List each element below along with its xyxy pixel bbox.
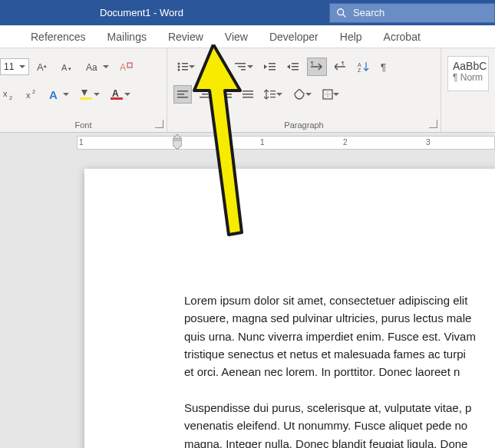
svg-rect-29 <box>235 63 246 64</box>
svg-rect-30 <box>238 66 246 68</box>
shading-button[interactable] <box>290 85 315 104</box>
clear-formatting-button[interactable]: A <box>117 58 137 76</box>
svg-rect-57 <box>270 97 276 97</box>
shrink-font-button[interactable]: A▾ <box>58 58 78 76</box>
align-left-button[interactable] <box>173 85 192 104</box>
svg-text:▾: ▾ <box>68 66 71 71</box>
svg-line-1 <box>343 14 346 17</box>
chevron-down-icon <box>247 58 253 76</box>
rtl-direction-button[interactable]: ¶ <box>332 58 350 76</box>
font-color-button[interactable]: A <box>107 85 134 104</box>
chevron-down-icon <box>94 85 100 104</box>
font-group-label: Font <box>0 120 167 130</box>
paragraph-2: Suspendisse dui purus, scelerisque at, v… <box>184 399 495 448</box>
change-case-button[interactable]: Aa <box>83 58 112 76</box>
svg-rect-43 <box>177 91 188 92</box>
line-spacing-button[interactable] <box>261 85 285 104</box>
grow-font-button[interactable]: A▴ <box>34 58 54 76</box>
svg-rect-31 <box>241 69 246 71</box>
justify-button[interactable] <box>239 85 256 104</box>
svg-rect-45 <box>177 97 188 98</box>
svg-text:A: A <box>120 62 126 73</box>
decrease-indent-button[interactable] <box>261 58 279 76</box>
font-group: 11 A▴ A▾ Aa A x2 x2 A A Font <box>0 48 167 132</box>
chevron-down-icon <box>124 85 130 104</box>
text-effects-button[interactable]: A <box>46 85 72 104</box>
svg-rect-28 <box>210 69 217 71</box>
borders-button[interactable] <box>319 85 342 104</box>
svg-rect-48 <box>200 97 210 98</box>
ruler-zone: 1 1 2 3 <box>0 133 495 154</box>
svg-text:▴: ▴ <box>44 63 47 68</box>
paragraph-group-label: Paragraph <box>167 120 441 130</box>
tab-help[interactable]: Help <box>329 25 373 48</box>
svg-rect-53 <box>243 94 253 95</box>
svg-rect-36 <box>292 66 299 68</box>
tab-acrobat[interactable]: Acrobat <box>373 25 431 48</box>
align-center-button[interactable] <box>196 85 213 104</box>
tab-view[interactable]: View <box>214 25 259 48</box>
style-normal-button[interactable]: AaBbC ¶ Norm <box>447 56 489 91</box>
svg-rect-47 <box>202 94 208 95</box>
chevron-down-icon <box>189 58 195 76</box>
horizontal-ruler[interactable]: 1 1 2 3 <box>77 136 495 150</box>
svg-text:2: 2 <box>32 89 35 94</box>
svg-point-21 <box>178 69 180 71</box>
paragraph-group: 123 ¶ ¶ AZ ¶ Paragraph <box>167 48 441 132</box>
svg-rect-56 <box>270 94 276 94</box>
svg-text:Z: Z <box>358 68 361 72</box>
svg-text:x: x <box>3 89 8 98</box>
svg-rect-22 <box>182 69 188 71</box>
increase-indent-button[interactable] <box>284 58 302 76</box>
chevron-down-icon <box>19 59 25 74</box>
search-placeholder: Search <box>353 7 384 18</box>
svg-rect-8 <box>127 63 132 68</box>
svg-text:¶: ¶ <box>311 61 314 66</box>
search-icon <box>330 8 353 18</box>
svg-rect-35 <box>292 63 299 64</box>
document-page[interactable]: Lorem ipsum dolor sit amet, consectetuer… <box>84 169 495 448</box>
svg-rect-34 <box>269 69 276 71</box>
svg-point-19 <box>178 66 180 68</box>
svg-rect-14 <box>80 97 92 100</box>
search-box[interactable]: Search <box>329 3 495 23</box>
multilevel-list-button[interactable] <box>232 58 256 76</box>
svg-text:x: x <box>26 91 31 100</box>
chevron-down-icon <box>276 85 282 104</box>
tab-mailings[interactable]: Mailings <box>97 25 157 48</box>
indent-marker[interactable] <box>173 134 182 142</box>
show-hide-marks-button[interactable]: ¶ <box>378 58 394 76</box>
subscript-button[interactable]: x2 <box>0 85 18 104</box>
svg-rect-52 <box>243 91 253 92</box>
chevron-down-icon <box>218 58 224 76</box>
tab-references[interactable]: References <box>0 25 97 48</box>
font-launcher[interactable] <box>155 120 163 128</box>
svg-text:A: A <box>358 62 361 68</box>
svg-text:A: A <box>61 63 68 72</box>
numbering-button[interactable]: 123 <box>203 58 227 76</box>
tab-developer[interactable]: Developer <box>259 25 329 48</box>
bullets-button[interactable] <box>173 58 198 76</box>
svg-rect-51 <box>221 97 232 98</box>
svg-text:¶: ¶ <box>342 61 345 66</box>
font-size-input[interactable]: 11 <box>0 58 29 75</box>
ltr-direction-button[interactable]: ¶ <box>307 58 327 76</box>
svg-text:A: A <box>37 61 44 73</box>
svg-rect-44 <box>177 94 184 95</box>
superscript-button[interactable]: x2 <box>23 85 41 104</box>
svg-text:Aa: Aa <box>86 62 97 73</box>
sort-button[interactable]: AZ <box>355 58 373 76</box>
tab-review[interactable]: Review <box>157 25 214 48</box>
svg-rect-20 <box>182 66 188 68</box>
highlight-button[interactable] <box>77 85 103 104</box>
svg-rect-18 <box>182 63 188 64</box>
document-area: Lorem ipsum dolor sit amet, consectetuer… <box>0 153 495 448</box>
svg-rect-50 <box>225 94 232 95</box>
align-right-button[interactable] <box>218 85 235 104</box>
paragraph-launcher[interactable] <box>429 120 437 128</box>
chevron-down-icon <box>333 85 339 104</box>
svg-rect-24 <box>210 63 217 64</box>
svg-text:A: A <box>112 88 119 99</box>
svg-rect-46 <box>200 91 210 92</box>
svg-rect-33 <box>269 66 276 68</box>
